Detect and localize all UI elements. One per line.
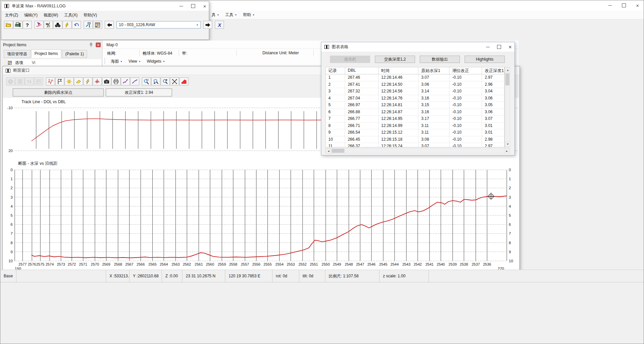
chart-table-titlebar[interactable]: 图表表格 ×: [321, 42, 514, 52]
zoom-window-icon: [144, 79, 149, 84]
lightning-button[interactable]: [63, 21, 72, 29]
table-row[interactable]: 3267.3212:26:14.563.14-0.103.04: [326, 88, 504, 95]
maximize-icon[interactable]: [191, 4, 195, 8]
lightning-icon: [85, 79, 91, 84]
table-cell: -0.10: [450, 143, 482, 147]
vertical-scroll-thumb[interactable]: [505, 73, 509, 85]
maximize-icon[interactable]: [622, 3, 626, 7]
scroll-left-icon[interactable]: ◄: [326, 148, 331, 154]
table-button-Highlights[interactable]: Highlights: [465, 56, 505, 63]
menu-item[interactable]: 帮助▼: [240, 11, 258, 19]
drag-handle[interactable]: [104, 58, 106, 64]
close-icon[interactable]: ×: [203, 4, 206, 9]
minimize-icon[interactable]: [608, 5, 612, 6]
camera-button[interactable]: [102, 77, 111, 85]
tree-item-icon: [8, 61, 13, 65]
menu-item[interactable]: 具▼: [209, 11, 222, 19]
horizontal-scrollbar[interactable]: ◄ ►: [325, 148, 510, 153]
table-row[interactable]: 7266.7712:26:14.953.17-0.103.07: [326, 116, 504, 123]
menu-item[interactable]: 帮助(V): [81, 11, 100, 19]
camera-icon: [104, 79, 109, 84]
binoculars-button[interactable]: [53, 21, 62, 29]
vertical-scrollbar[interactable]: ▲ ▼: [505, 67, 510, 147]
annotation-bolt-button[interactable]: M: [44, 21, 53, 29]
svg-text:2536: 2536: [483, 262, 491, 266]
tab-Project Items[interactable]: Project Items: [31, 49, 61, 58]
table-row[interactable]: 11266.3712:26:15.243.07-0.102.97: [326, 143, 504, 147]
scroll-up-icon[interactable]: ▲: [505, 67, 510, 73]
spike-filter-button[interactable]: [93, 77, 102, 85]
area-fill-button[interactable]: [179, 77, 188, 85]
table-row[interactable]: 4267.0412:26:14.763.16-0.103.06: [326, 95, 504, 102]
minimize-icon[interactable]: [486, 47, 490, 47]
app-window-titlebar[interactable]: 单波束 Max - RAW0911.LOG ×: [1, 1, 209, 11]
table-row[interactable]: 5266.9712:26:14.813.15-0.103.05: [326, 102, 504, 109]
lightning-button[interactable]: [83, 77, 92, 85]
flag-button[interactable]: [55, 77, 64, 85]
printer-button[interactable]: [111, 77, 120, 85]
eraser-button[interactable]: [74, 77, 83, 85]
svg-text:2565: 2565: [148, 262, 156, 266]
print-manager-button[interactable]: [13, 21, 22, 29]
maximize-icon[interactable]: [497, 45, 501, 49]
zoom-extent-button[interactable]: [170, 77, 179, 85]
help-button[interactable]: ?: [23, 21, 32, 29]
previous-line-button[interactable]: [105, 21, 114, 29]
sounding-beam-button[interactable]: [34, 21, 44, 29]
table-cell: 5: [326, 102, 345, 109]
undo-button[interactable]: [72, 21, 81, 29]
table-row[interactable]: 2267.4112:26:14.503.06-0.102.96: [326, 81, 504, 88]
pin-icon[interactable]: [89, 43, 94, 47]
table-cell: 3.14: [418, 88, 450, 95]
close-icon[interactable]: ×: [636, 3, 639, 8]
tab-项目管理器[interactable]: 项目管理器: [4, 50, 30, 58]
menu-item[interactable]: View▼: [126, 57, 144, 65]
brightness-button[interactable]: [65, 77, 74, 85]
table-row[interactable]: 8266.7112:26:14.993.11-0.103.01: [326, 123, 504, 130]
query-depth-button[interactable]: ?: [46, 77, 55, 85]
menu-item[interactable]: 视图(W): [41, 11, 61, 19]
zoom-prev-button[interactable]: [151, 77, 160, 85]
zoom-next-button[interactable]: [161, 77, 170, 85]
color-matrix-button[interactable]: [93, 21, 102, 29]
menu-item[interactable]: 工具(X): [61, 11, 81, 19]
table-cell: 3.06: [418, 81, 450, 88]
svg-text:2568: 2568: [114, 262, 122, 266]
zoom-extent-icon: [172, 79, 177, 84]
svg-text:3: 3: [509, 195, 511, 199]
tab-(Palette 1)[interactable]: (Palette 1): [62, 50, 87, 58]
table-button-交换深度1,2[interactable]: 交换深度1,2: [375, 56, 415, 63]
menu-item[interactable]: Widgets▼: [144, 57, 168, 65]
svg-text:2562: 2562: [183, 262, 191, 266]
zoom-window-button[interactable]: [142, 77, 151, 85]
table-row[interactable]: 9266.5412:26:15.123.11-0.103.01: [326, 129, 504, 136]
menu-item[interactable]: 文件(Z): [2, 11, 21, 19]
close-line-button[interactable]: X: [215, 21, 224, 29]
delete-interpolated-depth-button[interactable]: 删除内插水深点: [13, 88, 104, 96]
corrected-depth-button[interactable]: 改正深度1: 2.94: [106, 88, 172, 96]
table-row[interactable]: 1267.4612:26:14.463.07-0.102.97: [326, 74, 504, 81]
scroll-right-icon[interactable]: ►: [504, 148, 510, 154]
svg-text:2572: 2572: [68, 262, 76, 266]
table-cell: 12:26:14.95: [379, 116, 419, 123]
next-line-button[interactable]: [203, 21, 212, 29]
horizontal-scroll-thumb[interactable]: [332, 149, 344, 153]
raw-file-select[interactable]: 10 - 003_1226.RAW ▼: [116, 21, 201, 28]
menu-item[interactable]: 编辑(Y): [21, 11, 41, 19]
menu-item[interactable]: 工具▼: [222, 11, 240, 19]
section-depth-chart[interactable]: 断面 - 水深 vs 沿线距00112233445566778899101025…: [3, 161, 519, 271]
minimize-icon[interactable]: [179, 6, 183, 6]
scroll-down-icon[interactable]: ▼: [505, 141, 510, 147]
close-icon[interactable]: ×: [508, 44, 512, 50]
chart-edit-1-button[interactable]: [121, 77, 130, 85]
menu-item[interactable]: 海图▼: [108, 57, 126, 65]
table-row[interactable]: 6266.8812:26:14.873.16-0.103.06: [326, 109, 504, 116]
table-row[interactable]: 10266.4512:26:15.183.08-0.102.98: [326, 136, 504, 143]
tools-button[interactable]: [84, 21, 93, 29]
table-cell: 267.41: [345, 81, 379, 88]
project-tree-partial[interactable]: 选项 Vi: [8, 59, 101, 66]
open-folder-button[interactable]: [4, 21, 13, 29]
chart-edit-2-button[interactable]: [130, 77, 139, 85]
table-button-数据输出[interactable]: 数据输出: [420, 56, 460, 63]
close-panel-button[interactable]: ✕: [96, 43, 101, 47]
